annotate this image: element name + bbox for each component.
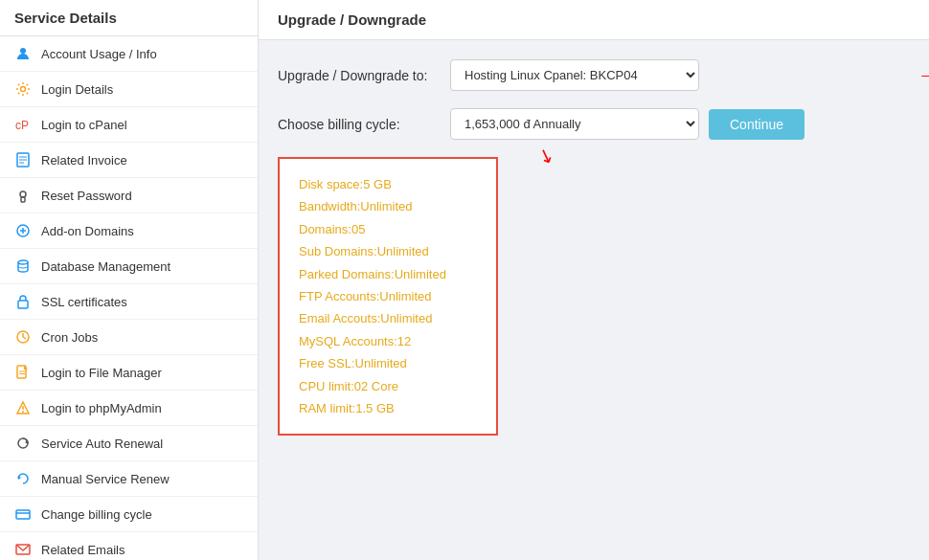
circle-icon [14, 45, 32, 62]
info-cpu-limit: CPU limit:02 Core [299, 375, 477, 397]
info-domains: Domains:05 [299, 218, 477, 240]
svg-point-0 [20, 48, 26, 54]
svg-rect-26 [16, 510, 30, 519]
sidebar-item-label-reset-password: Reset Password [41, 189, 132, 203]
arrow-indicator-right: → [918, 63, 929, 88]
sidebar-header: Service Details [0, 0, 258, 36]
svg-point-7 [20, 191, 26, 197]
sidebar-item-label-addon-domains: Add-on Domains [41, 224, 134, 238]
reset-icon [14, 187, 32, 204]
info-box: Disk space:5 GB Bandwidth:Unlimited Doma… [278, 157, 498, 436]
addon-icon [14, 222, 32, 239]
sidebar-item-related-emails[interactable]: Related Emails [0, 532, 258, 560]
main-body: Upgrade / Downgrade to: Hosting Linux Cp… [259, 40, 929, 455]
svg-point-22 [22, 411, 24, 413]
gear-icon [14, 80, 32, 98]
sidebar-item-cron-jobs[interactable]: Cron Jobs [0, 320, 258, 355]
sidebar-item-change-billing-cycle[interactable]: Change billing cycle [0, 497, 258, 532]
svg-rect-13 [18, 301, 28, 308]
info-email-accounts: Email Accouts:Unlimited [299, 307, 477, 329]
svg-marker-25 [18, 476, 21, 480]
info-parked-domains: Parked Domains:Unlimited [299, 263, 477, 285]
svg-point-12 [18, 260, 28, 264]
autorenew-icon [14, 435, 32, 452]
cron-icon [14, 328, 32, 346]
sidebar-item-label-service-auto-renewal: Service Auto Renewal [41, 437, 163, 451]
upgrade-row: Upgrade / Downgrade to: Hosting Linux Cp… [278, 59, 910, 91]
info-bandwidth: Bandwidth:Unlimited [299, 195, 477, 217]
sidebar-item-reset-password[interactable]: Reset Password [0, 178, 258, 213]
sidebar-item-account-usage[interactable]: Account Usage / Info [0, 36, 258, 72]
main-title: Upgrade / Downgrade [278, 11, 426, 28]
file-icon [14, 364, 32, 381]
sidebar-item-service-auto-renewal[interactable]: Service Auto Renewal [0, 426, 258, 461]
info-disk-space: Disk space:5 GB [299, 173, 477, 195]
sidebar-item-login-file-manager[interactable]: Login to File Manager [0, 355, 258, 391]
upgrade-select[interactable]: Hosting Linux Cpanel: BKCP04 [450, 59, 699, 91]
svg-rect-8 [21, 197, 25, 202]
billing-label: Choose billing cycle: [278, 117, 450, 132]
sidebar-item-database-management[interactable]: Database Management [0, 249, 258, 284]
sidebar-item-addon-domains[interactable]: Add-on Domains [0, 213, 258, 249]
billing-select[interactable]: 1,653,000 đ Annually [450, 108, 699, 140]
billing-icon [14, 505, 32, 523]
sidebar-item-label-login-phpmyadmin: Login to phpMyAdmin [41, 401, 162, 415]
sidebar-item-label-database-management: Database Management [41, 259, 170, 274]
ssl-icon [14, 293, 32, 310]
billing-row: Choose billing cycle: 1,653,000 đ Annual… [278, 108, 910, 140]
sidebar-item-label-ssl-certificates: SSL certificates [41, 295, 127, 309]
info-ram-limit: RAM limit:1.5 GB [299, 397, 477, 419]
sidebar-item-label-cron-jobs: Cron Jobs [41, 330, 98, 345]
svg-point-1 [21, 87, 26, 92]
main-content: Upgrade / Downgrade Upgrade / Downgrade … [259, 0, 929, 560]
sidebar-item-login-details[interactable]: Login Details [0, 72, 258, 107]
cpanel-icon: cP [14, 116, 32, 133]
sidebar-item-label-change-billing-cycle: Change billing cycle [41, 507, 152, 522]
email-icon [14, 541, 32, 558]
main-header: Upgrade / Downgrade [259, 0, 929, 40]
sidebar: Service Details Account Usage / InfoLogi… [0, 0, 259, 560]
invoice-icon [14, 151, 32, 168]
sidebar-item-ssl-certificates[interactable]: SSL certificates [0, 284, 258, 320]
arrow-indicator-down: ↘ [534, 142, 557, 168]
sidebar-item-label-login-details: Login Details [41, 82, 113, 97]
info-free-ssl: Free SSL:Unlimited [299, 352, 477, 374]
sidebar-title: Service Details [14, 10, 117, 26]
sidebar-item-login-phpmyadmin[interactable]: Login to phpMyAdmin [0, 391, 258, 426]
continue-button[interactable]: Continue [709, 109, 804, 140]
db-icon [14, 258, 32, 275]
svg-line-16 [23, 337, 26, 339]
upgrade-label: Upgrade / Downgrade to: [278, 68, 450, 83]
sidebar-item-label-login-cpanel: Login to cPanel [41, 118, 127, 132]
sidebar-item-label-login-file-manager: Login to File Manager [41, 366, 162, 380]
phpmyadmin-icon [14, 399, 32, 416]
info-ftp-accounts: FTP Accounts:Unlimited [299, 285, 477, 307]
svg-marker-24 [25, 440, 28, 444]
svg-text:cP: cP [15, 119, 29, 132]
renew-icon [14, 470, 32, 487]
info-mysql-accounts: MySQL Accounts:12 [299, 330, 477, 352]
sidebar-item-label-account-usage: Account Usage / Info [41, 47, 157, 61]
sidebar-item-label-related-emails: Related Emails [41, 543, 125, 557]
sidebar-item-label-related-invoice: Related Invoice [41, 153, 127, 168]
sidebar-item-related-invoice[interactable]: Related Invoice [0, 143, 258, 178]
sidebar-item-manual-service-renew[interactable]: Manual Service Renew [0, 461, 258, 497]
info-sub-domains: Sub Domains:Unlimited [299, 240, 477, 262]
sidebar-item-label-manual-service-renew: Manual Service Renew [41, 472, 170, 486]
sidebar-item-login-cpanel[interactable]: cPLogin to cPanel [0, 107, 258, 143]
